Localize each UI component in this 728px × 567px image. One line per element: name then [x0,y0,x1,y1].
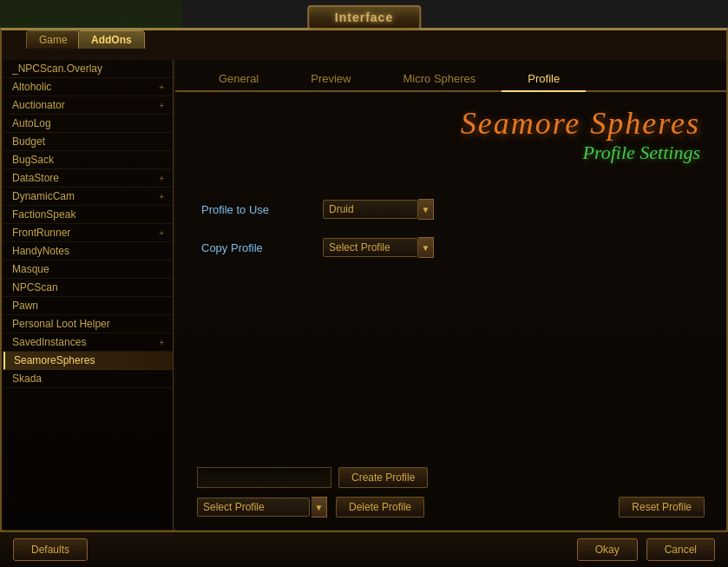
sidebar-item-budget[interactable]: Budget [3,133,173,151]
tab-profile[interactable]: Profile [502,67,586,92]
new-profile-input[interactable] [197,467,331,488]
tab-bar: Game AddOns [0,26,728,52]
profile-dropdown-btn[interactable]: Druid [323,200,418,219]
profile-to-use-label: Profile to Use [201,203,323,216]
interface-panel: Interface Game AddOns _NPCScan.Overlay A… [0,0,728,567]
profile-to-use-row: Profile to Use Druid ▼ [201,199,700,220]
expand-icon: + [159,174,164,183]
bottom-actions-row2: Select Profile ▼ Delete Profile Reset Pr… [197,497,705,518]
title-text: Interface [335,10,393,24]
sidebar-item-autolog[interactable]: AutoLog [3,115,173,133]
nav-tabs: General Preview Micro Spheres Profile [175,60,726,92]
addon-title-main: Seamore Spheres [201,105,700,142]
copy-profile-label: Copy Profile [201,241,323,254]
cancel-button[interactable]: Cancel [646,538,715,561]
sidebar-item-bugsack[interactable]: BugSack [3,151,173,169]
main-frame: _NPCScan.Overlay Altoholic + Auctionator… [0,28,728,531]
sidebar-item-npcscan[interactable]: NPCScan [3,279,173,297]
copy-profile-row: Copy Profile Select Profile ▼ [201,237,700,258]
sidebar-item-altoholic[interactable]: Altoholic + [3,78,173,96]
content-area: General Preview Micro Spheres Profile Se… [175,60,726,533]
content-body: Seamore Spheres Profile Settings Profile… [175,92,726,288]
settings-form: Profile to Use Druid ▼ Copy Profile [201,199,700,258]
sidebar-item-seamorespheres[interactable]: SeamoreSpheres [3,352,173,370]
select-profile-dropdown-arrow[interactable]: ▼ [312,497,327,518]
sidebar: _NPCScan.Overlay Altoholic + Auctionator… [3,60,174,559]
sidebar-item-masque[interactable]: Masque [3,260,173,279]
addon-title-block: Seamore Spheres Profile Settings [201,105,700,164]
profile-dropdown-arrow[interactable]: ▼ [418,199,434,220]
bottom-bar: Defaults Okay Cancel [0,531,728,567]
expand-icon: + [159,192,164,201]
sidebar-item-frontrunner[interactable]: FrontRunner + [3,224,173,242]
okay-button[interactable]: Okay [577,538,638,561]
defaults-button[interactable]: Defaults [13,538,88,561]
delete-profile-button[interactable]: Delete Profile [336,497,424,518]
copy-profile-dropdown: Select Profile ▼ [323,237,434,258]
bottom-actions-row1: Create Profile [197,467,705,488]
sidebar-item-dynamiccam[interactable]: DynamicCam + [3,188,173,206]
sidebar-item-datastore[interactable]: DataStore + [3,169,173,188]
sidebar-item-factionspeak[interactable]: FactionSpeak [3,206,173,224]
profile-dropdown: Druid ▼ [323,199,434,220]
sidebar-item-pawn[interactable]: Pawn [3,297,173,315]
addon-title-sub: Profile Settings [201,142,700,164]
create-profile-button[interactable]: Create Profile [338,467,428,488]
bottom-bar-right: Okay Cancel [577,538,715,561]
sidebar-item-npcscan-overlay[interactable]: _NPCScan.Overlay [3,60,173,78]
sidebar-item-personal-loot-helper[interactable]: Personal Loot Helper [3,315,173,333]
profile-dropdown-value: Druid [329,203,354,215]
tab-addons[interactable]: AddOns [78,30,145,49]
tab-game[interactable]: Game [26,30,81,49]
tab-general[interactable]: General [193,67,285,90]
expand-icon: + [159,82,164,92]
copy-profile-dropdown-btn[interactable]: Select Profile [323,238,418,257]
select-profile-dropdown-btn[interactable]: Select Profile [197,498,310,517]
copy-profile-dropdown-value: Select Profile [329,241,390,254]
reset-profile-button[interactable]: Reset Profile [619,497,705,518]
sidebar-item-savedinstances[interactable]: SavedInstances + [3,333,173,352]
sidebar-item-skada[interactable]: Skada [3,370,173,388]
expand-icon: + [159,228,164,238]
expand-icon: + [159,338,164,347]
copy-profile-dropdown-arrow[interactable]: ▼ [418,237,434,258]
tab-micro-spheres[interactable]: Micro Spheres [377,67,502,90]
expand-icon: + [159,101,164,110]
tab-preview[interactable]: Preview [285,67,377,90]
sidebar-item-auctionator[interactable]: Auctionator + [3,96,173,115]
title-bar: Interface [307,5,421,30]
sidebar-item-handynotes[interactable]: HandyNotes [3,242,173,260]
select-profile-group: Select Profile ▼ Delete Profile [197,497,424,518]
